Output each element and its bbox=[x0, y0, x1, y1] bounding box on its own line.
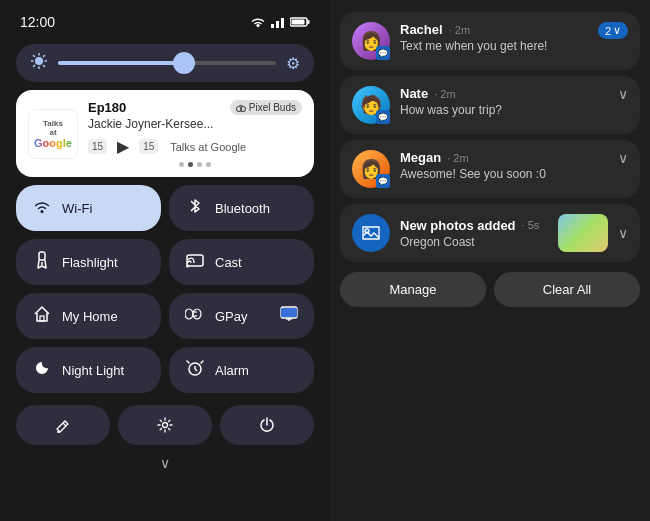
svg-rect-5 bbox=[292, 20, 305, 25]
night-light-tile[interactable]: Night Light bbox=[16, 347, 161, 393]
wifi-tile[interactable]: Wi-Fi bbox=[16, 185, 161, 231]
brightness-track[interactable] bbox=[58, 61, 276, 65]
message-icon-nate: 💬 bbox=[376, 110, 390, 124]
flashlight-icon bbox=[32, 251, 52, 273]
bluetooth-tile[interactable]: Bluetooth bbox=[169, 185, 314, 231]
megan-message: Awesome! See you soon :0 bbox=[400, 167, 608, 181]
play-button[interactable]: ▶ bbox=[115, 135, 131, 158]
megan-expand[interactable]: ∨ bbox=[618, 150, 628, 166]
pixel-buds-label: Pixel Buds bbox=[249, 102, 296, 113]
svg-point-6 bbox=[35, 57, 43, 65]
dot-4 bbox=[206, 162, 211, 167]
rachel-badge[interactable]: 2 ∨ bbox=[598, 22, 628, 39]
bottom-bar bbox=[16, 405, 314, 445]
notification-actions: Manage Clear All bbox=[340, 268, 640, 311]
photos-icon bbox=[352, 214, 390, 252]
svg-line-12 bbox=[43, 65, 45, 67]
rachel-time: · 2m bbox=[449, 24, 470, 36]
edit-button[interactable] bbox=[16, 405, 110, 445]
svg-rect-0 bbox=[271, 24, 274, 28]
pixel-buds-badge: Pixel Buds bbox=[230, 100, 302, 115]
status-icons bbox=[250, 16, 310, 28]
my-home-label: My Home bbox=[62, 309, 118, 324]
skip-back-label[interactable]: 15 bbox=[88, 139, 107, 154]
nate-header: Nate · 2m bbox=[400, 86, 608, 101]
megan-name: Megan bbox=[400, 150, 441, 165]
message-icon-rachel: 💬 bbox=[376, 46, 390, 60]
expand-icon: ∨ bbox=[613, 24, 621, 37]
svg-rect-2 bbox=[281, 18, 284, 28]
gpay-tile[interactable]: GPay bbox=[169, 293, 314, 339]
media-info: Ep180 Pixel Buds Jackie Joyner-Kersee...… bbox=[88, 100, 302, 167]
svg-line-14 bbox=[33, 65, 35, 67]
brightness-icon bbox=[30, 52, 48, 74]
media-top-row: Ep180 Pixel Buds bbox=[88, 100, 302, 115]
manage-button[interactable]: Manage bbox=[340, 272, 486, 307]
notifications-panel: 👩 💬 Rachel · 2m Text me when you get her… bbox=[330, 0, 650, 521]
flashlight-label: Flashlight bbox=[62, 255, 118, 270]
svg-line-32 bbox=[63, 423, 66, 426]
settings-gear-icon[interactable]: ⚙ bbox=[286, 54, 300, 73]
media-card[interactable]: Talks at Google Ep180 Pixel Buds Jackie … bbox=[16, 90, 314, 177]
media-controls: 15 ▶ 15 Talks at Google bbox=[88, 135, 302, 158]
media-episode: Ep180 bbox=[88, 100, 126, 115]
rachel-message: Text me when you get here! bbox=[400, 39, 588, 53]
wifi-label: Wi-Fi bbox=[62, 201, 92, 216]
photos-expand[interactable]: ∨ bbox=[618, 225, 628, 241]
nate-notification[interactable]: 🧑 💬 Nate · 2m How was your trip? ∨ bbox=[340, 76, 640, 134]
night-light-label: Night Light bbox=[62, 363, 124, 378]
skip-fwd-label[interactable]: 15 bbox=[139, 139, 158, 154]
dot-3 bbox=[197, 162, 202, 167]
media-artist: Jackie Joyner-Kersee... bbox=[88, 117, 302, 131]
photos-notification[interactable]: New photos added · 5s Oregon Coast ∨ bbox=[340, 204, 640, 262]
photos-content: New photos added · 5s Oregon Coast bbox=[400, 218, 548, 249]
svg-rect-26 bbox=[281, 308, 297, 317]
cast-icon bbox=[185, 252, 205, 272]
cast-tile[interactable]: Cast bbox=[169, 239, 314, 285]
status-bar: 12:00 bbox=[16, 12, 314, 32]
monitor-icon bbox=[280, 306, 298, 326]
svg-line-11 bbox=[33, 55, 35, 57]
photos-header: New photos added · 5s bbox=[400, 218, 548, 233]
megan-time: · 2m bbox=[447, 152, 468, 164]
home-icon bbox=[32, 305, 52, 327]
chevron-down[interactable]: ∨ bbox=[16, 455, 314, 471]
status-time: 12:00 bbox=[20, 14, 55, 30]
my-home-tile[interactable]: My Home bbox=[16, 293, 161, 339]
signal-icon bbox=[270, 16, 286, 28]
megan-avatar-wrapper: 👩 💬 bbox=[352, 150, 390, 188]
svg-rect-4 bbox=[308, 20, 310, 24]
alarm-icon bbox=[185, 359, 205, 381]
svg-rect-18 bbox=[39, 252, 45, 260]
svg-point-34 bbox=[163, 423, 168, 428]
rachel-content: Rachel · 2m Text me when you get here! bbox=[400, 22, 588, 53]
nate-name: Nate bbox=[400, 86, 428, 101]
message-icon-megan: 💬 bbox=[376, 174, 390, 188]
brightness-slider[interactable]: ⚙ bbox=[16, 44, 314, 82]
svg-line-31 bbox=[195, 369, 197, 371]
dot-1 bbox=[179, 162, 184, 167]
photos-subtitle: Oregon Coast bbox=[400, 235, 548, 249]
bluetooth-label: Bluetooth bbox=[215, 201, 270, 216]
photos-time: · 5s bbox=[522, 219, 540, 231]
clear-all-button[interactable]: Clear All bbox=[494, 272, 640, 307]
quick-settings-grid: Wi-Fi Bluetooth Flashlight bbox=[16, 185, 314, 393]
nate-avatar-wrapper: 🧑 💬 bbox=[352, 86, 390, 124]
settings-button[interactable] bbox=[118, 405, 212, 445]
nate-expand[interactable]: ∨ bbox=[618, 86, 628, 102]
alarm-label: Alarm bbox=[215, 363, 249, 378]
flashlight-tile[interactable]: Flashlight bbox=[16, 239, 161, 285]
nate-content: Nate · 2m How was your trip? bbox=[400, 86, 608, 117]
megan-content: Megan · 2m Awesome! See you soon :0 bbox=[400, 150, 608, 181]
media-dots bbox=[88, 162, 302, 167]
bluetooth-icon bbox=[185, 197, 205, 219]
rachel-notification[interactable]: 👩 💬 Rachel · 2m Text me when you get her… bbox=[340, 12, 640, 70]
photos-thumbnail bbox=[558, 214, 608, 252]
battery-icon bbox=[290, 16, 310, 28]
svg-point-17 bbox=[41, 210, 44, 213]
megan-notification[interactable]: 👩 💬 Megan · 2m Awesome! See you soon :0 … bbox=[340, 140, 640, 198]
nate-time: · 2m bbox=[434, 88, 455, 100]
power-button[interactable] bbox=[220, 405, 314, 445]
alarm-tile[interactable]: Alarm bbox=[169, 347, 314, 393]
media-show: Talks at Google bbox=[170, 141, 246, 153]
